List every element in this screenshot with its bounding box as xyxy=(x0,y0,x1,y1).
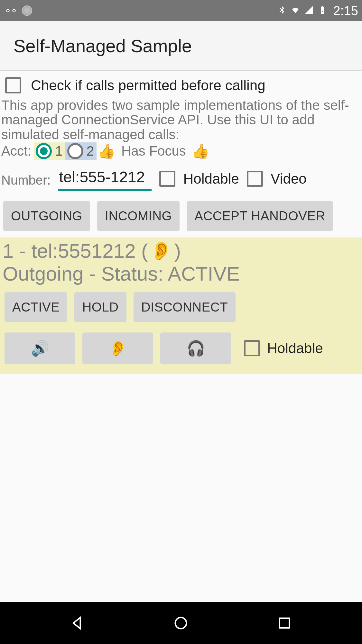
cellular-signal-icon xyxy=(304,5,314,16)
thumbs-up-icon: 👍 xyxy=(98,143,116,159)
app-bar: Self-Managed Sample xyxy=(0,21,362,71)
voicemail-icon: ⚬⚬ xyxy=(4,5,16,16)
account-radio-2[interactable] xyxy=(67,143,83,159)
speaker-route-button[interactable]: 🔊 xyxy=(5,332,75,364)
outgoing-button[interactable]: OUTGOING xyxy=(3,201,90,231)
description-text: This app provides two sample implementat… xyxy=(0,97,362,142)
headphones-icon: 🎧 xyxy=(187,340,205,357)
number-label: Number: xyxy=(1,170,51,187)
video-checkbox[interactable] xyxy=(247,171,263,187)
number-input[interactable] xyxy=(58,167,152,191)
call-card: 1 - tel:5551212 ( 👂 ) Outgoing - Status:… xyxy=(0,237,362,374)
call-id-suffix: ) xyxy=(174,239,181,262)
sync-progress-icon xyxy=(22,5,32,16)
wifi-icon xyxy=(291,5,300,16)
nav-recent-button[interactable] xyxy=(275,613,294,633)
account-radio-1[interactable] xyxy=(36,143,52,159)
call-status-line: Outgoing - Status: ACTIVE xyxy=(1,262,361,285)
speaker-icon: 🔊 xyxy=(31,340,49,357)
account-radio-2-label: 2 xyxy=(87,143,94,159)
status-clock: 2:15 xyxy=(333,4,358,18)
disconnect-button[interactable]: DISCONNECT xyxy=(134,292,236,322)
permit-checkbox[interactable] xyxy=(5,77,21,93)
svg-rect-1 xyxy=(280,618,289,628)
earpiece-route-button[interactable]: 👂 xyxy=(82,332,153,364)
battery-charging-icon xyxy=(318,5,327,16)
ear-icon: 👂 xyxy=(109,340,127,357)
svg-point-0 xyxy=(175,617,187,629)
incoming-button[interactable]: INCOMING xyxy=(97,201,180,231)
accept-handover-button[interactable]: ACCEPT HANDOVER xyxy=(187,201,333,231)
android-status-bar: ⚬⚬ 2:15 xyxy=(0,0,362,21)
page-title: Self-Managed Sample xyxy=(14,35,192,56)
hold-button[interactable]: HOLD xyxy=(74,292,126,322)
headphones-route-button[interactable]: 🎧 xyxy=(160,332,231,364)
video-label: Video xyxy=(271,171,307,187)
call-holdable-label: Holdable xyxy=(267,340,323,356)
permit-checkbox-label: Check if calls permitted before calling xyxy=(31,77,265,93)
bluetooth-icon xyxy=(277,5,287,16)
has-focus-label: Has Focus xyxy=(121,143,186,159)
nav-back-button[interactable] xyxy=(68,613,87,633)
nav-home-button[interactable] xyxy=(171,613,190,633)
call-id-text: 1 - tel:5551212 ( xyxy=(3,239,148,262)
active-button[interactable]: ACTIVE xyxy=(5,292,67,322)
holdable-checkbox[interactable] xyxy=(159,171,175,187)
thumbs-up-icon: 👍 xyxy=(192,143,209,159)
holdable-label: Holdable xyxy=(183,171,239,187)
account-label: Acct: xyxy=(1,143,31,159)
call-header-line: 1 - tel:5551212 ( 👂 ) xyxy=(1,239,361,262)
ear-icon: 👂 xyxy=(148,240,174,262)
call-holdable-checkbox[interactable] xyxy=(244,340,260,356)
account-row: Acct: 1 2 👍 Has Focus 👍 xyxy=(0,142,362,160)
account-radio-1-label: 1 xyxy=(55,143,62,159)
android-nav-bar xyxy=(0,602,362,644)
